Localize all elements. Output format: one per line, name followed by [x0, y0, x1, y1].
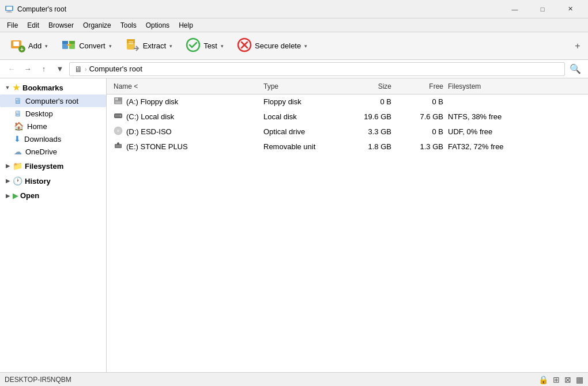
usb-drive-icon	[114, 141, 123, 152]
col-header-size[interactable]: Size	[342, 78, 394, 94]
filesystem-icon: 📁	[13, 161, 22, 171]
file-size-floppy: 0 B	[342, 97, 394, 106]
view-toggle-icon[interactable]: ▦	[576, 375, 583, 384]
downloads-icon: ⬇	[14, 134, 21, 143]
svg-rect-13	[127, 39, 135, 43]
search-button[interactable]: 🔍	[567, 61, 583, 77]
svg-rect-14	[129, 41, 133, 43]
svg-rect-2	[7, 11, 11, 12]
table-row[interactable]: (C:) Local disk Local disk 19.6 GB 7.6 G…	[107, 109, 588, 124]
open-label: Open	[20, 191, 39, 200]
filesystem-label: Filesystem	[25, 162, 63, 171]
table-row[interactable]: (E:) STONE PLUS Removable unit 1.8 GB 1.…	[107, 139, 588, 154]
desktop-icon: 🖥	[14, 109, 22, 118]
sidebar-item-downloads[interactable]: ⬇ Downloads	[0, 133, 106, 145]
extract-dropdown-arrow[interactable]: ▾	[169, 43, 172, 49]
close-button[interactable]: ✕	[557, 0, 583, 18]
add-button[interactable]: + Add ▾	[5, 35, 53, 57]
open-toggle: ▶	[5, 193, 10, 199]
svg-rect-21	[115, 101, 121, 104]
toolbar-add-tab[interactable]: +	[572, 40, 583, 52]
breadcrumb-monitor-icon: 🖥	[74, 65, 82, 74]
file-type-floppy: Floppy disk	[261, 97, 342, 106]
svg-point-28	[118, 130, 119, 131]
grid-large-icon[interactable]: ⊠	[564, 375, 571, 384]
desktop-label: Desktop	[25, 109, 53, 118]
sidebar-item-home[interactable]: 🏠 Home	[0, 120, 106, 133]
breadcrumb-path: Computer's root	[89, 65, 142, 73]
window-title: Computer's root	[17, 5, 66, 13]
file-free-optical: 0 B	[394, 127, 446, 136]
test-dropdown-arrow[interactable]: ▾	[221, 43, 224, 49]
file-type-local-disk: Local disk	[261, 112, 342, 121]
col-header-filesystem[interactable]: Filesystem	[446, 78, 583, 94]
filesystem-header[interactable]: ▶ 📁 Filesystem	[0, 159, 106, 173]
grid-small-icon[interactable]: ⊞	[553, 375, 560, 384]
file-size-optical: 3.3 GB	[342, 127, 394, 136]
open-header[interactable]: ▶ ▶ Open	[0, 189, 106, 202]
file-header: Name < Type Size Free Filesystem	[107, 78, 588, 94]
table-row[interactable]: (D:) ESD-ISO Optical drive 3.3 GB 0 B UD…	[107, 124, 588, 139]
onedrive-label: OneDrive	[25, 147, 57, 156]
file-name-local-disk: (C:) Local disk	[111, 111, 261, 122]
sidebar-item-desktop[interactable]: 🖥 Desktop	[0, 107, 106, 120]
menu-options[interactable]: Options	[141, 20, 174, 31]
file-name-floppy: (A:) Floppy disk	[111, 96, 261, 107]
title-bar: Computer's root — □ ✕	[0, 0, 588, 18]
secure-delete-dropdown-arrow[interactable]: ▾	[304, 43, 307, 49]
svg-rect-5	[13, 41, 19, 46]
menu-help[interactable]: Help	[174, 20, 198, 31]
bookmarks-header[interactable]: ▼ ★ Bookmarks	[0, 81, 106, 94]
add-dropdown-arrow[interactable]: ▾	[45, 43, 48, 49]
col-header-name[interactable]: Name <	[111, 78, 261, 94]
history-header[interactable]: ▶ 🕐 History	[0, 174, 106, 188]
back-button[interactable]: ←	[5, 62, 18, 76]
menu-file[interactable]: File	[2, 20, 22, 31]
svg-rect-11	[69, 41, 75, 44]
file-type-optical: Optical drive	[261, 127, 342, 136]
window-controls: — □ ✕	[502, 0, 583, 18]
lock-icon[interactable]: 🔒	[538, 375, 548, 384]
status-icons: 🔒 ⊞ ⊠ ▦	[538, 375, 583, 384]
hdd-drive-icon	[114, 111, 123, 122]
sidebar-section-open: ▶ ▶ Open	[0, 189, 106, 202]
computer-icon: 🖥	[14, 96, 22, 105]
menu-edit[interactable]: Edit	[22, 20, 44, 31]
sidebar-item-computers-root[interactable]: 🖥 Computer's root	[0, 94, 106, 107]
svg-rect-20	[118, 98, 119, 100]
convert-button[interactable]: Convert ▾	[55, 35, 117, 57]
forward-button[interactable]: →	[21, 62, 35, 76]
onedrive-icon: ☁	[14, 147, 22, 156]
table-row[interactable]: (A:) Floppy disk Floppy disk 0 B 0 B	[107, 94, 588, 109]
title-left: Computer's root	[5, 5, 66, 14]
optical-drive-icon	[114, 126, 123, 137]
svg-rect-25	[115, 116, 119, 116]
file-area: Name < Type Size Free Filesystem	[107, 78, 588, 372]
maximize-button[interactable]: □	[529, 0, 556, 18]
test-button[interactable]: Test ▾	[180, 35, 229, 57]
secure-delete-icon	[236, 37, 252, 55]
col-header-type[interactable]: Type	[261, 78, 342, 94]
breadcrumb-dropdown[interactable]: ▼	[53, 62, 67, 76]
file-size-local-disk: 19.6 GB	[342, 112, 394, 121]
menu-tools[interactable]: Tools	[116, 20, 141, 31]
minimize-button[interactable]: —	[502, 0, 528, 18]
sidebar: ▼ ★ Bookmarks 🖥 Computer's root 🖥 Deskto…	[0, 78, 107, 372]
extract-label: Extract	[143, 41, 166, 50]
test-label: Test	[203, 41, 217, 50]
sidebar-item-onedrive[interactable]: ☁ OneDrive	[0, 145, 106, 158]
address-bar: ← → ↑ ▼ 🖥 › Computer's root 🔍	[0, 60, 588, 78]
menu-organize[interactable]: Organize	[78, 20, 116, 31]
bookmarks-star-icon: ★	[13, 83, 20, 92]
up-button[interactable]: ↑	[37, 62, 51, 76]
col-header-free[interactable]: Free	[394, 78, 446, 94]
breadcrumb[interactable]: 🖥 › Computer's root	[69, 62, 565, 76]
menu-browser[interactable]: Browser	[44, 20, 78, 31]
convert-dropdown-arrow[interactable]: ▾	[109, 43, 112, 49]
bookmarks-label: Bookmarks	[22, 84, 63, 92]
file-fs-local-disk: NTFS, 38% free	[446, 112, 583, 121]
open-icon: ▶	[13, 192, 18, 200]
extract-button[interactable]: Extract ▾	[119, 35, 178, 57]
secure-delete-button[interactable]: Secure delete ▾	[231, 35, 312, 57]
sidebar-section-history: ▶ 🕐 History	[0, 174, 106, 188]
